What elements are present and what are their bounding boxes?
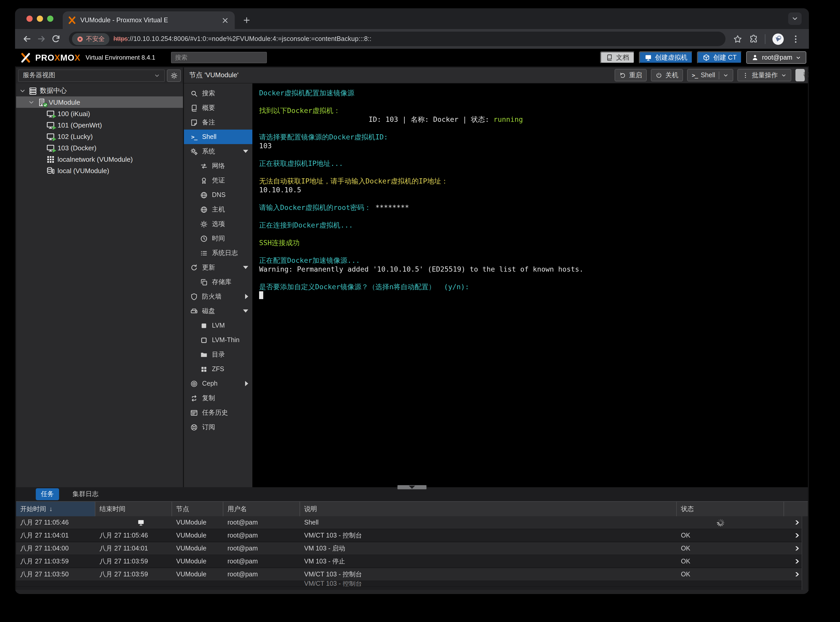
node-menu-item[interactable]: 搜索 [184,86,253,101]
create-vm-button[interactable]: 创建虚拟机 [639,51,693,64]
tree-item[interactable]: 数据中心 [16,85,183,96]
node-menu-item[interactable]: 系统 [184,144,253,159]
node-menu-item-label: ZFS [212,366,224,373]
node-menu-item[interactable]: 概要 [184,101,253,115]
tab-cluster-log[interactable]: 集群日志 [67,488,103,500]
tab-close-icon[interactable] [221,16,230,24]
table-row[interactable]: 八月 27 11:03:50八月 27 11:03:59VUModuleroot… [16,568,808,581]
shell-button[interactable]: >_ Shell [687,69,733,81]
column-header[interactable]: 结束时间 [95,502,172,516]
console-line: ID: 103 | 名称: Docker | 状态: running [259,115,808,124]
tree-item[interactable]: 102 (Lucky) [16,131,183,142]
node-menu-item-label: 系统 [202,147,215,156]
address-bar[interactable]: 不安全 https://10.10.10.254:8006/#v1:0:=nod… [69,32,726,46]
window-footer [15,590,809,594]
node-menu-item[interactable]: LVM [184,318,253,333]
tree-settings-button[interactable] [167,69,181,82]
tree-item[interactable]: VUModule [16,96,183,108]
cell-start-time: 八月 27 11:04:01 [16,531,95,540]
folder-icon [200,351,208,358]
node-menu-item[interactable]: LVM-Thin [184,333,253,347]
table-row[interactable]: 八月 27 11:05:46VUModuleroot@pamShell [16,516,808,529]
bookmark-star-icon[interactable] [733,34,743,44]
kebab-icon [742,72,749,79]
column-header[interactable]: 状态 [677,502,784,516]
profile-avatar[interactable] [772,32,785,45]
tree-item[interactable]: 101 (OpenWrt) [16,119,183,131]
node-menu-item[interactable]: 备注 [184,115,253,130]
node-menu-item[interactable]: 复制 [184,391,253,406]
search-icon [190,89,198,97]
column-header[interactable]: 节点 [172,502,223,516]
reload-button[interactable] [50,33,62,44]
console-line [259,124,808,133]
node-menu-item[interactable]: >_Shell [184,130,253,144]
monitor-icon [645,54,652,61]
node-menu-item[interactable]: 存储库 [184,275,253,289]
help-button[interactable]: ? 帮助 [796,69,805,81]
documentation-button[interactable]: 文档 [600,51,635,64]
expander-chevron-icon [19,87,26,94]
tab-tasks[interactable]: 任务 [36,488,59,500]
tree-item[interactable]: 100 (iKuai) [16,108,183,119]
node-menu-item[interactable]: Ceph [184,376,253,391]
node-menu-item[interactable]: 网络 [184,159,253,173]
tasks-scrollbar[interactable] [802,516,808,590]
shutdown-button[interactable]: 关机 [651,69,683,81]
node-menu-item[interactable]: 凭证 [184,173,253,188]
close-window-button[interactable] [26,15,33,22]
zoom-window-button[interactable] [47,15,53,22]
security-badge[interactable]: 不安全 [72,33,110,45]
node-menu-item[interactable]: 时间 [184,231,253,246]
chevron-down-icon [723,72,729,78]
node-menu-item[interactable]: 选项 [184,216,253,231]
pve-version: Virtual Environment 8.4.1 [85,54,155,61]
bulk-actions-button[interactable]: 批量操作 [737,69,791,81]
table-row[interactable]: VM/CT 103 - 控制台 [16,581,808,587]
node-menu-item[interactable]: DNS [184,188,253,202]
browser-menu-icon[interactable] [791,34,800,44]
view-select[interactable]: 服务器视图 [18,69,165,82]
tree-item[interactable]: 103 (Docker) [16,142,183,153]
browser-tab[interactable]: VUModule - Proxmox Virtual E [63,11,235,29]
column-header[interactable]: 说明 [300,502,677,516]
back-button[interactable] [21,33,33,44]
new-tab-button[interactable] [240,14,253,27]
column-header-label: 节点 [176,505,189,514]
create-ct-button[interactable]: 创建 CT [697,51,742,64]
node-menu-item[interactable]: 磁盘 [184,304,253,318]
sort-arrow-icon: ↓ [49,505,53,513]
caret-down-icon [243,309,248,313]
node-menu-item[interactable]: ZFS [184,362,253,376]
node-panel: 节点 'VUModule' 重启 关机 >_ Shell [184,67,808,487]
column-header[interactable]: 用户名 [223,502,300,516]
extensions-icon[interactable] [749,34,759,44]
table-row[interactable]: 八月 27 11:04:00八月 27 11:04:01VUModuleroot… [16,542,808,555]
node-menu-item[interactable]: 系统日志 [184,246,253,260]
node-menu-item[interactable]: 主机 [184,202,253,216]
node-menu-item[interactable]: 任务历史 [184,406,253,420]
pve-search-input[interactable] [171,52,266,63]
restart-button[interactable]: 重启 [615,69,647,81]
table-row[interactable]: 八月 27 11:04:01八月 27 11:05:46VUModuleroot… [16,529,808,542]
pve-main: 服务器视图 数据中心VUModule100 (iKuai)101 (OpenWr… [15,66,809,487]
proxmox-brand: PROXMOX [35,53,80,63]
user-menu-button[interactable]: root@pam [746,51,806,64]
node-menu-item[interactable]: 订阅 [184,420,253,434]
tree-item[interactable]: local (VUModule) [16,165,183,176]
table-row[interactable]: 八月 27 11:03:59八月 27 11:03:59VUModuleroot… [16,555,808,568]
column-header[interactable]: 开始时间↓ [16,502,95,516]
tree-item[interactable]: localnetwork (VUModule) [16,153,183,165]
node-menu-item[interactable]: 更新 [184,260,253,275]
minimize-window-button[interactable] [37,15,43,22]
node-menu-item[interactable]: 目录 [184,347,253,362]
forward-button[interactable] [36,33,47,44]
node-menu-item[interactable]: 防火墙 [184,289,253,304]
chevron-down-icon [154,72,160,79]
tab-search-button[interactable] [788,12,802,25]
node-menu-item-label: 时间 [212,234,225,243]
panel-splitter-handle[interactable] [397,485,426,489]
history-icon [190,409,198,416]
shell-console[interactable]: Docker虚拟机配置加速镜像源找到以下Docker虚拟机： ID: 103 |… [253,84,808,487]
loading-spinner-icon [716,518,725,527]
